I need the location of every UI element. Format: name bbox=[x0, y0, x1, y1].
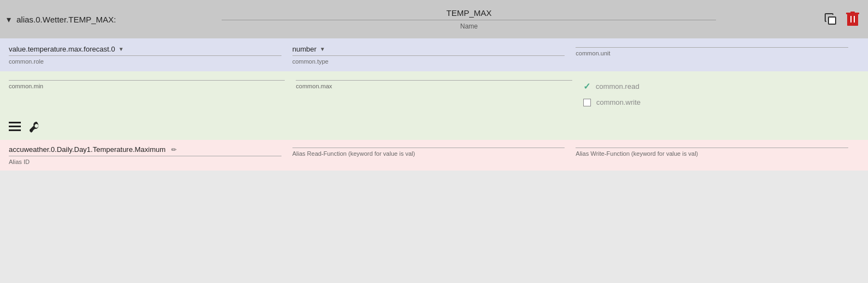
role-value-text: value.temperature.max.forecast.0 bbox=[9, 45, 115, 53]
name-value[interactable]: TEMP_MAX bbox=[222, 8, 716, 20]
max-field-label: common.max bbox=[296, 83, 572, 89]
common-min-max-read-write-section: common.min common.max ✓ common.read comm… bbox=[0, 71, 868, 116]
svg-rect-2 bbox=[850, 16, 852, 22]
alias-id-col: accuweather.0.Daily.Day1.Temperature.Max… bbox=[9, 145, 292, 167]
main-container: ▾ alias.0.Wetter.TEMP_MAX: TEMP_MAX Name bbox=[0, 0, 868, 171]
unit-col: common.unit bbox=[576, 45, 859, 67]
role-type-row: value.temperature.max.forecast.0 ▼ commo… bbox=[9, 45, 859, 67]
type-field-value[interactable]: number ▼ bbox=[292, 45, 565, 56]
unit-field-label: common.unit bbox=[576, 50, 848, 56]
svg-rect-6 bbox=[9, 122, 21, 123]
write-func-col: Alias Write-Function (keyword for value … bbox=[576, 145, 859, 167]
name-field-label: Name bbox=[460, 22, 478, 30]
max-field-value[interactable] bbox=[296, 78, 572, 81]
min-field-label: common.min bbox=[9, 83, 285, 89]
collapse-icon[interactable]: ▾ bbox=[7, 14, 11, 25]
svg-rect-5 bbox=[850, 12, 855, 13]
type-dropdown-arrow: ▼ bbox=[320, 46, 325, 52]
read-write-col: ✓ common.read common.write bbox=[583, 78, 859, 112]
write-checkbox[interactable] bbox=[583, 99, 591, 106]
svg-rect-8 bbox=[9, 129, 21, 131]
read-func-field-label: Alias Read-Function (keyword for value i… bbox=[292, 150, 565, 157]
common-role-type-section: value.temperature.max.forecast.0 ▼ commo… bbox=[0, 38, 868, 71]
role-field-label: common.role bbox=[9, 58, 281, 65]
svg-rect-0 bbox=[828, 17, 836, 24]
list-icon[interactable] bbox=[9, 122, 21, 134]
read-checkmark-icon[interactable]: ✓ bbox=[583, 81, 590, 92]
type-col: number ▼ common.type bbox=[292, 45, 576, 67]
alias-section: accuweather.0.Daily.Day1.Temperature.Max… bbox=[0, 140, 868, 171]
min-field-value[interactable] bbox=[9, 78, 285, 81]
svg-rect-3 bbox=[854, 16, 855, 22]
alias-id-field-label: Alias ID bbox=[9, 159, 281, 165]
copy-button[interactable] bbox=[822, 10, 839, 28]
type-field-label: common.type bbox=[292, 58, 565, 65]
svg-rect-7 bbox=[9, 126, 21, 127]
write-row: common.write bbox=[583, 95, 859, 110]
type-value-text: number bbox=[292, 45, 317, 53]
max-col: common.max bbox=[296, 78, 583, 112]
header-row: ▾ alias.0.Wetter.TEMP_MAX: TEMP_MAX Name bbox=[0, 0, 868, 38]
min-col: common.min bbox=[9, 78, 296, 112]
write-func-field-value[interactable] bbox=[576, 145, 848, 148]
svg-rect-1 bbox=[847, 14, 858, 26]
delete-button[interactable] bbox=[844, 10, 861, 28]
toolbar-row bbox=[0, 116, 868, 140]
name-section: TEMP_MAX Name bbox=[116, 8, 822, 30]
alias-id-field-value[interactable]: accuweather.0.Daily.Day1.Temperature.Max… bbox=[9, 145, 281, 156]
read-label: common.read bbox=[596, 82, 639, 90]
write-func-field-label: Alias Write-Function (keyword for value … bbox=[576, 150, 848, 157]
alias-id-edit-icon[interactable]: ✏ bbox=[171, 146, 177, 154]
read-func-col: Alias Read-Function (keyword for value i… bbox=[292, 145, 576, 167]
role-dropdown-arrow: ▼ bbox=[119, 46, 124, 52]
role-col: value.temperature.max.forecast.0 ▼ commo… bbox=[9, 45, 292, 67]
wrench-icon[interactable] bbox=[29, 121, 41, 135]
alias-row: accuweather.0.Daily.Day1.Temperature.Max… bbox=[9, 145, 859, 167]
header-actions bbox=[822, 10, 861, 28]
alias-path-label: alias.0.Wetter.TEMP_MAX: bbox=[16, 15, 116, 24]
role-field-value[interactable]: value.temperature.max.forecast.0 ▼ bbox=[9, 45, 281, 56]
unit-field-value[interactable] bbox=[576, 45, 848, 48]
write-label: common.write bbox=[596, 98, 641, 106]
delete-icon bbox=[846, 12, 859, 27]
read-func-field-value[interactable] bbox=[292, 145, 565, 148]
copy-icon bbox=[824, 13, 837, 26]
read-row: ✓ common.read bbox=[583, 78, 859, 95]
min-max-read-write-row: common.min common.max ✓ common.read comm… bbox=[9, 78, 859, 112]
alias-id-value-text: accuweather.0.Daily.Day1.Temperature.Max… bbox=[9, 145, 166, 154]
